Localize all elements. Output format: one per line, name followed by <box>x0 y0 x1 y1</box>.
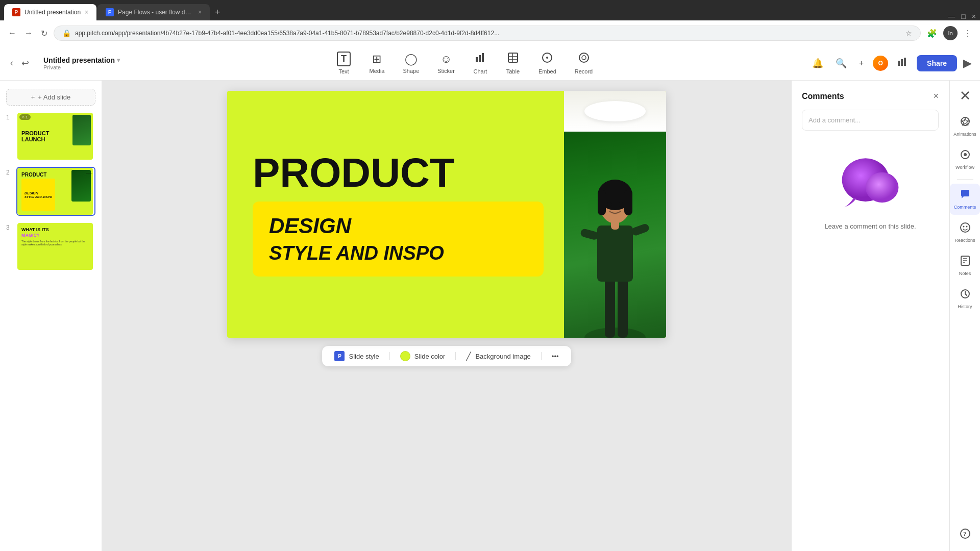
reactions-icon <box>960 222 971 236</box>
play-presentation-button[interactable]: ▶ <box>963 57 972 70</box>
strip-item-history[interactable]: History <box>950 283 980 314</box>
strip-item-notes[interactable]: Notes <box>950 250 980 281</box>
strip-item-workflow[interactable]: Workflow <box>950 144 980 175</box>
svg-rect-17 <box>597 226 633 282</box>
undo-button[interactable]: ↩ <box>19 56 31 71</box>
svg-rect-0 <box>476 57 478 62</box>
svg-rect-24 <box>624 190 632 215</box>
tool-embed-label: Embed <box>538 68 556 74</box>
slide-style-item[interactable]: P Slide style <box>334 351 379 361</box>
slide-num-2: 2 <box>6 169 12 176</box>
browser-tab-2[interactable]: P Page Flows - user flow design in... × <box>97 4 210 20</box>
comments-empty-icon <box>840 153 901 214</box>
help-icon: ? <box>960 528 971 542</box>
notifications-button[interactable]: 🔔 <box>809 55 826 72</box>
svg-rect-11 <box>898 61 900 66</box>
plus-icon: + <box>31 93 35 101</box>
tool-text-label: Text <box>338 68 349 74</box>
profile-btn[interactable]: In <box>943 26 958 40</box>
strip-item-design[interactable] <box>950 85 980 109</box>
refresh-button[interactable]: ↻ <box>39 27 50 40</box>
toolbar-right: 🔔 🔍 + O Share ▶ <box>809 54 972 72</box>
slide2-options[interactable]: — <box>86 169 92 177</box>
background-image-label: Background image <box>475 353 530 360</box>
slide-preview-2[interactable]: PRODUCT DESIGN STYLE AND INSPO — <box>16 167 95 216</box>
tool-sticker-button[interactable]: ☺ Sticker <box>429 48 463 78</box>
slide3-title: WHAT IS ITSMAGIC? <box>21 227 49 238</box>
search-button[interactable]: 🔍 <box>832 55 850 72</box>
svg-point-25 <box>607 202 611 207</box>
tool-table-button[interactable]: Table <box>498 48 528 79</box>
tab-favicon-2: P <box>106 8 114 16</box>
svg-rect-1 <box>479 55 481 62</box>
back-to-presentations-button[interactable]: ‹ <box>8 56 15 70</box>
browser-tab-1[interactable]: P Untitled presentation × <box>4 4 96 20</box>
tool-embed-button[interactable]: Embed <box>530 48 565 79</box>
tool-table-label: Table <box>506 68 520 74</box>
app: ‹ ↩ Untitled presentation ▾ Private T Te… <box>0 46 980 551</box>
history-icon <box>960 288 971 302</box>
tool-text-button[interactable]: T Text <box>329 47 359 79</box>
analytics-button[interactable] <box>894 54 911 72</box>
reactions-label: Reactions <box>954 238 975 243</box>
slide-preview-1[interactable]: PRODUCTLAUNCH ○ 1 <box>16 112 95 161</box>
tool-shape-label: Shape <box>403 68 419 74</box>
window-close[interactable]: × <box>972 12 976 20</box>
tab-close-2[interactable]: × <box>198 9 202 16</box>
canvas-area: PRODUCT DESIGN STYLE AND INSPO <box>102 81 791 551</box>
strip-item-help[interactable]: ? <box>950 523 980 547</box>
shape-tool-icon: ◯ <box>405 53 418 66</box>
slide-preview-3[interactable]: WHAT IS ITSMAGIC? The style draws from t… <box>16 222 95 271</box>
slide2-box: DESIGN STYLE AND INSPO <box>21 179 55 211</box>
slide-color-item[interactable]: Slide color <box>400 351 446 361</box>
star-icon[interactable]: ☆ <box>905 29 912 37</box>
app-main: + + Add slide 1 PRODUCTLAUNCH ○ 1 <box>0 81 980 551</box>
background-image-item[interactable]: ╱ Background image <box>466 352 530 361</box>
forward-button[interactable]: → <box>22 27 35 40</box>
share-button[interactable]: Share <box>917 55 957 71</box>
svg-rect-2 <box>482 53 484 62</box>
svg-rect-13 <box>904 58 906 66</box>
notes-label: Notes <box>959 271 971 276</box>
tab-close-1[interactable]: × <box>85 9 88 16</box>
tab-favicon-1: P <box>12 8 20 16</box>
slide-thumb-1[interactable]: 1 PRODUCTLAUNCH ○ 1 <box>6 112 95 161</box>
more-options-item[interactable]: ••• <box>552 353 559 360</box>
animations-icon <box>960 116 971 130</box>
svg-point-10 <box>582 56 586 60</box>
lock-icon: 🔒 <box>62 29 71 37</box>
add-collaborator-button[interactable]: + <box>856 56 867 71</box>
new-tab-button[interactable]: + <box>211 4 225 20</box>
slide1-image <box>72 115 91 145</box>
tool-chart-button[interactable]: Chart <box>465 48 496 79</box>
strip-item-comments[interactable]: Comments <box>950 184 980 215</box>
menu-btn[interactable]: ⋮ <box>962 27 974 40</box>
chart-tool-icon <box>475 52 486 66</box>
slide-thumb-3[interactable]: 3 WHAT IS ITSMAGIC? The style draws from… <box>6 222 95 271</box>
window-maximize[interactable]: □ <box>961 12 965 20</box>
address-bar[interactable]: 🔒 app.pitch.com/app/presentation/4b74b27… <box>54 26 921 41</box>
tool-shape-button[interactable]: ◯ Shape <box>395 48 427 78</box>
slide2-inspo: STYLE AND INSPO <box>24 195 52 198</box>
dropdown-chevron-icon: ▾ <box>117 57 120 64</box>
slide-frame[interactable]: PRODUCT DESIGN STYLE AND INSPO <box>227 91 666 338</box>
comments-close-button[interactable]: × <box>933 91 939 102</box>
slide-num-1: 1 <box>6 114 12 121</box>
add-slide-button[interactable]: + + Add slide <box>6 89 95 106</box>
tool-media-button[interactable]: ⊞ Media <box>361 48 393 78</box>
window-minimize[interactable]: — <box>948 12 955 20</box>
person-svg <box>567 144 664 338</box>
back-button[interactable]: ← <box>6 27 18 40</box>
text-tool-icon: T <box>337 52 351 66</box>
toolbar-center: T Text ⊞ Media ◯ Shape ☺ Sticker <box>125 47 805 79</box>
presentation-title[interactable]: Untitled presentation ▾ <box>43 56 120 64</box>
slide-thumb-2[interactable]: 2 PRODUCT DESIGN STYLE AND INSPO — <box>6 167 95 216</box>
svg-rect-18 <box>580 228 599 241</box>
extensions-btn[interactable]: 🧩 <box>925 27 939 40</box>
app-toolbar: ‹ ↩ Untitled presentation ▾ Private T Te… <box>0 46 980 81</box>
sidebar-right: Comments × Add a comment... <box>791 81 980 551</box>
strip-item-reactions[interactable]: Reactions <box>950 217 980 248</box>
strip-item-animations[interactable]: Animations <box>950 111 980 142</box>
tool-record-button[interactable]: Record <box>567 48 601 79</box>
comments-input-field[interactable]: Add a comment... <box>802 110 939 131</box>
